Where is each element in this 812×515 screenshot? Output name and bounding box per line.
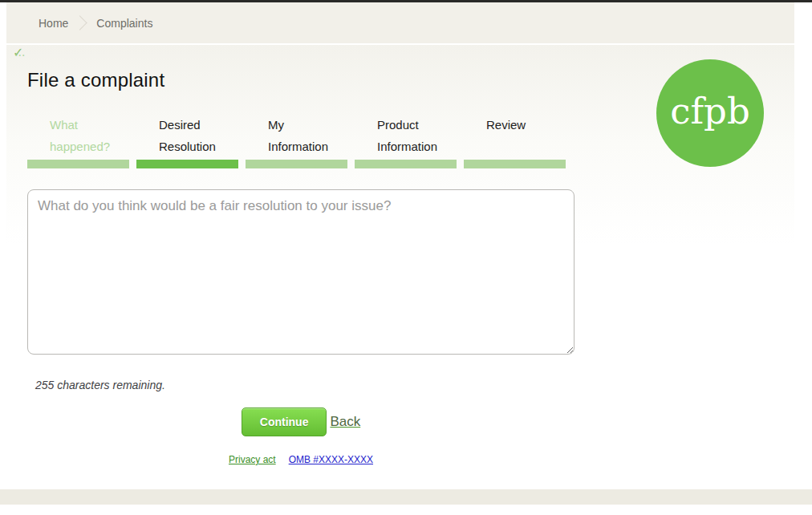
action-row: Continue Back — [27, 408, 574, 436]
bottom-strip — [0, 489, 812, 505]
tab-product-information-progress-bar — [355, 160, 457, 168]
tab-review-progress-bar — [464, 160, 566, 168]
back-link[interactable]: Back — [330, 414, 360, 430]
main-content: File a complaint cfpb What happened? ✓ D… — [6, 45, 794, 489]
breadcrumb-complaints-link[interactable]: Complaints — [96, 17, 152, 30]
desired-resolution-textarea[interactable] — [27, 189, 574, 355]
footer-links: Privacy act OMB #XXXX-XXXX — [27, 454, 574, 465]
breadcrumb: Home Complaints — [6, 2, 794, 45]
tab-my-information-progress-bar — [246, 160, 347, 168]
tab-desired-resolution[interactable]: Desired Resolution ... — [136, 114, 238, 168]
continue-button[interactable]: Continue — [242, 408, 327, 436]
tab-what-happened-label: What happened? — [27, 114, 129, 157]
step-tabs: What happened? ✓ Desired Resolution ... … — [27, 114, 566, 168]
tab-review-label: Review — [464, 114, 566, 157]
tab-review[interactable]: Review — [464, 114, 566, 168]
omb-number-link[interactable]: OMB #XXXX-XXXX — [289, 454, 373, 465]
ellipsis-icon: ... — [14, 45, 25, 59]
tab-desired-resolution-label: Desired Resolution — [136, 114, 238, 157]
cfpb-logo-text: cfpb — [670, 93, 749, 134]
page-container: Home Complaints File a complaint cfpb Wh… — [6, 2, 794, 505]
privacy-act-link[interactable]: Privacy act — [229, 454, 276, 465]
chevron-right-icon — [73, 15, 87, 30]
tab-product-information-label: Product Information — [355, 114, 457, 157]
tab-desired-resolution-progress-bar — [136, 160, 238, 168]
breadcrumb-home-link[interactable]: Home — [39, 17, 68, 30]
tab-my-information-label: My Information — [246, 114, 347, 157]
tab-what-happened[interactable]: What happened? ✓ — [27, 114, 129, 168]
characters-remaining-text: 255 characters remaining. — [35, 379, 773, 391]
cfpb-logo: cfpb — [656, 59, 764, 167]
page-title: File a complaint — [27, 45, 773, 91]
tab-product-information[interactable]: Product Information — [355, 114, 457, 168]
tab-my-information[interactable]: My Information — [246, 114, 347, 168]
tab-what-happened-progress-bar — [27, 160, 129, 168]
